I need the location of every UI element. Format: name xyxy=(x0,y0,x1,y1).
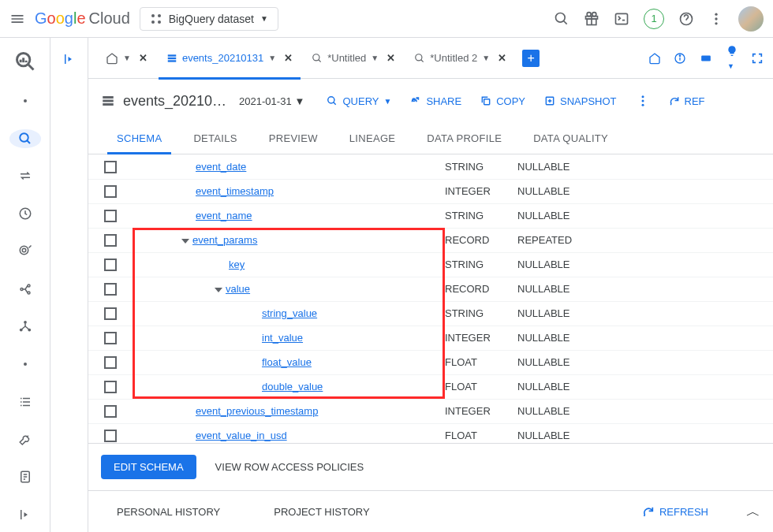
share-button[interactable]: SHARE xyxy=(410,95,461,107)
refresh-button[interactable]: REF xyxy=(669,95,705,107)
schema-row: valueRECORDNULLABLE xyxy=(88,277,773,301)
info-icon[interactable] xyxy=(674,52,686,65)
svg-point-22 xyxy=(20,133,28,142)
add-tab-button[interactable]: + xyxy=(522,50,540,67)
field-link[interactable]: event_timestamp xyxy=(196,185,274,197)
svg-rect-36 xyxy=(168,54,177,56)
field-link[interactable]: int_value xyxy=(262,332,303,344)
top-bar: Google Cloud BigQuery dataset ▼ 1 xyxy=(0,0,773,38)
project-history-button[interactable]: PROJECT HISTORY xyxy=(258,506,369,518)
row-checkbox[interactable] xyxy=(104,283,117,296)
svg-line-51 xyxy=(334,102,336,105)
nav-doc-icon[interactable] xyxy=(9,468,41,487)
personal-history-button[interactable]: PERSONAL HISTORY xyxy=(101,506,220,518)
field-mode: NULLABLE xyxy=(517,326,773,350)
tab-untitled-2[interactable]: *Untitled 2 ▼ ✕ xyxy=(406,38,514,79)
field-link[interactable]: string_value xyxy=(262,307,317,319)
nav-collapse-icon[interactable] xyxy=(9,505,41,524)
row-checkbox[interactable] xyxy=(104,430,117,442)
more-actions-icon[interactable] xyxy=(636,94,650,108)
nav-dot2-icon[interactable] xyxy=(9,355,41,374)
view-row-access-button[interactable]: VIEW ROW ACCESS POLICIES xyxy=(215,461,364,473)
field-mode: NULLABLE xyxy=(517,301,773,326)
schema-row: event_timestampINTEGERNULLABLE xyxy=(88,179,773,203)
nav-target-icon[interactable] xyxy=(9,242,41,261)
search-icon[interactable] xyxy=(554,11,569,27)
row-checkbox[interactable] xyxy=(104,161,117,173)
field-link[interactable]: double_value xyxy=(262,381,323,392)
row-checkbox[interactable] xyxy=(104,405,117,418)
gift-icon[interactable] xyxy=(584,11,599,27)
nav-search-icon[interactable] xyxy=(9,129,41,148)
avatar[interactable] xyxy=(738,6,764,32)
tab-preview[interactable]: PREVIEW xyxy=(253,123,334,154)
nav-transfer-icon[interactable] xyxy=(9,167,41,186)
copy-button[interactable]: COPY xyxy=(480,95,525,107)
terminal-icon[interactable] xyxy=(614,11,629,27)
nav-flow-icon[interactable] xyxy=(9,280,41,299)
help-icon[interactable] xyxy=(678,11,694,27)
field-type: RECORD xyxy=(445,228,517,252)
row-checkbox[interactable] xyxy=(104,332,117,344)
google-cloud-logo[interactable]: Google Cloud xyxy=(35,9,130,28)
field-link[interactable]: event_date xyxy=(196,161,246,173)
field-link[interactable]: event_value_in_usd xyxy=(196,430,287,441)
tab-home[interactable]: ▼ ✕ xyxy=(98,38,155,79)
field-link[interactable]: float_value xyxy=(262,356,312,368)
row-checkbox[interactable] xyxy=(104,356,117,369)
nav-list-icon[interactable] xyxy=(9,392,41,411)
row-checkbox[interactable] xyxy=(104,381,117,393)
expand-up-icon[interactable]: ︿ xyxy=(746,502,760,521)
row-checkbox[interactable] xyxy=(104,307,117,320)
tab-untitled-1[interactable]: *Untitled ▼ ✕ xyxy=(304,38,403,79)
row-checkbox[interactable] xyxy=(104,185,117,198)
row-checkbox[interactable] xyxy=(104,210,117,222)
svg-point-13 xyxy=(715,13,717,15)
svg-point-29 xyxy=(28,285,30,287)
svg-point-10 xyxy=(592,12,596,16)
close-icon[interactable]: ✕ xyxy=(284,52,293,64)
field-link[interactable]: value xyxy=(226,283,250,295)
project-selector[interactable]: BigQuery dataset ▼ xyxy=(140,7,278,31)
expand-panel-icon[interactable] xyxy=(62,52,77,532)
field-link[interactable]: event_name xyxy=(196,210,252,221)
nav-tree-icon[interactable] xyxy=(9,318,41,337)
edit-schema-button[interactable]: EDIT SCHEMA xyxy=(101,455,196,479)
field-link[interactable]: key xyxy=(229,259,245,270)
snapshot-button[interactable]: SNAPSHOT xyxy=(544,95,617,107)
query-button[interactable]: QUERY▼ xyxy=(327,95,391,107)
caret-down-icon[interactable] xyxy=(181,239,189,244)
nav-clock-icon[interactable] xyxy=(9,204,41,223)
keyboard-icon[interactable] xyxy=(699,53,713,64)
nav-dot-icon[interactable] xyxy=(9,91,41,110)
tab-events[interactable]: events_20210131 ▼ ✕ xyxy=(159,38,301,79)
svg-point-55 xyxy=(641,95,644,98)
svg-point-14 xyxy=(715,17,717,20)
tab-lineage[interactable]: LINEAGE xyxy=(334,123,411,154)
notification-badge[interactable]: 1 xyxy=(644,9,664,29)
close-icon[interactable]: ✕ xyxy=(139,52,148,64)
field-type: STRING xyxy=(445,154,517,179)
detail-tabs: SCHEMA DETAILS PREVIEW LINEAGE DATA PROF… xyxy=(88,123,773,154)
menu-icon[interactable] xyxy=(9,11,25,27)
field-link[interactable]: event_params xyxy=(192,234,257,246)
tab-schema[interactable]: SCHEMA xyxy=(101,123,177,154)
nav-wrench-icon[interactable] xyxy=(9,430,41,449)
tab-details[interactable]: DETAILS xyxy=(177,123,252,154)
close-icon[interactable]: ✕ xyxy=(498,52,506,64)
more-icon[interactable] xyxy=(708,11,724,27)
partition-date-selector[interactable]: 2021-01-31▼ xyxy=(239,95,304,107)
tab-data-quality[interactable]: DATA QUALITY xyxy=(517,123,624,154)
tab-data-profile[interactable]: DATA PROFILE xyxy=(411,123,517,154)
row-checkbox[interactable] xyxy=(104,259,117,271)
refresh-history-button[interactable]: REFRESH xyxy=(642,505,708,518)
field-link[interactable]: event_previous_timestamp xyxy=(196,405,318,417)
bulb-icon[interactable]: ▼ xyxy=(726,45,738,72)
home-action-icon[interactable] xyxy=(648,52,661,65)
caret-down-icon[interactable] xyxy=(215,288,222,292)
row-checkbox[interactable] xyxy=(104,234,117,247)
close-icon[interactable]: ✕ xyxy=(386,52,395,64)
query-icon xyxy=(312,53,323,64)
nav-bigquery-icon[interactable] xyxy=(9,50,41,73)
fullscreen-icon[interactable] xyxy=(751,52,764,65)
